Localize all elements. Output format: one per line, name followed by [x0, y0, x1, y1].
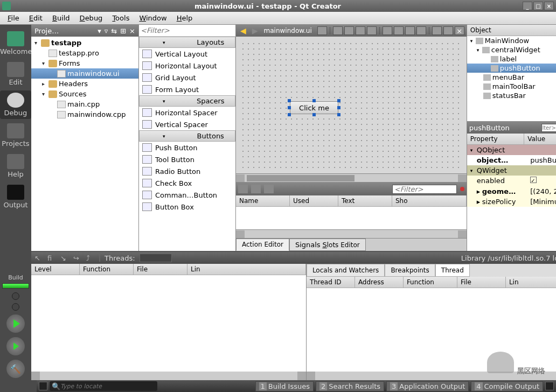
debug-run-button[interactable]	[6, 337, 25, 355]
object-tree[interactable]: ▾MainWindowQM ▾centralWidgetQM label pus…	[467, 36, 556, 121]
menu-build[interactable]: Build	[48, 13, 74, 23]
tree-forms[interactable]: ▾Forms	[31, 58, 138, 68]
prop-filter-input[interactable]	[541, 124, 556, 132]
mode-edit[interactable]: Edit	[0, 60, 31, 88]
menu-tools[interactable]: Tools	[108, 13, 134, 23]
maximize-button[interactable]: □	[533, 2, 543, 10]
tree-pro-file[interactable]: testapp.pro	[31, 48, 138, 58]
proj-split-icon[interactable]: ⊞	[120, 27, 126, 35]
status-tab-app-output[interactable]: 3Application Output	[386, 381, 469, 391]
action-hscroll[interactable]	[236, 229, 467, 238]
tab-action-editor[interactable]: Action Editor	[236, 239, 289, 251]
tree-root[interactable]: ▾testapp	[31, 38, 138, 48]
action-clear-filter-icon[interactable]	[460, 187, 464, 191]
widget-button-box[interactable]: Button Box	[139, 201, 235, 213]
proj-close-icon[interactable]: ×	[129, 27, 135, 35]
prop-sizepolicy[interactable]: ▸sizePolicy[Minimum…	[467, 197, 556, 207]
preview-pushbutton[interactable]: Click me	[290, 101, 338, 114]
status-tab-build-issues[interactable]: 1Build Issues	[255, 381, 314, 391]
tree-headers[interactable]: ▸Headers	[31, 79, 138, 89]
widget-hspacer[interactable]: Horizontal Spacer	[139, 107, 235, 118]
obj-col-object[interactable]: Object	[467, 25, 556, 36]
tb-preview-icon[interactable]	[443, 26, 453, 35]
cat-layouts[interactable]: ▾Layouts	[139, 37, 235, 48]
close-button[interactable]: ×	[544, 2, 554, 10]
prop-group-qwidget[interactable]: ▾QWidget	[467, 165, 556, 176]
menu-file[interactable]: File	[3, 13, 24, 23]
design-canvas[interactable]: Click me	[236, 37, 467, 173]
mode-welcome[interactable]: Welcome	[0, 29, 31, 58]
debug-step-icon[interactable]: fi	[47, 254, 56, 262]
tb-close-icon[interactable]: ×	[455, 26, 464, 35]
prop-col-property[interactable]: Property	[467, 134, 525, 144]
prop-objectname[interactable]: object…pushButton	[467, 155, 556, 165]
widget-command-button[interactable]: Comman…Button	[139, 189, 235, 201]
tree-main-cpp[interactable]: main.cpp	[31, 99, 138, 109]
widget-vspacer[interactable]: Vertical Spacer	[139, 118, 235, 130]
status-tab-search-results[interactable]: 2Search Results	[316, 381, 384, 391]
cat-buttons[interactable]: ▾Buttons	[139, 130, 235, 142]
widget-vertical-layout[interactable]: Vertical Layout	[139, 48, 235, 60]
nav-fwd-icon[interactable]: ▶	[250, 26, 260, 35]
mode-projects[interactable]: Projects	[0, 121, 31, 150]
thread-col-line[interactable]: Lin	[506, 277, 556, 288]
mode-debug[interactable]: Debug	[0, 90, 31, 119]
status-toggle-left[interactable]	[39, 382, 47, 390]
tb-layout-vs-icon[interactable]	[367, 26, 377, 35]
minimize-button[interactable]: _	[523, 2, 532, 10]
tb-grid-icon[interactable]	[383, 26, 392, 35]
tb-layout-hs-icon[interactable]	[356, 26, 365, 35]
tab-locals[interactable]: Locals and Watchers	[307, 264, 385, 277]
build-button[interactable]	[6, 360, 25, 378]
widget-filter-input[interactable]	[141, 26, 232, 34]
status-toggle-right[interactable]	[545, 382, 554, 390]
tree-mainwindow-cpp[interactable]: mainwindow.cpp	[31, 109, 138, 120]
stack-col-level[interactable]: Level	[31, 264, 80, 275]
tb-layout-v-icon[interactable]	[344, 26, 354, 35]
thread-hscroll[interactable]	[307, 372, 556, 380]
thread-col-id[interactable]: Thread ID	[307, 277, 355, 288]
project-tree[interactable]: ▾testapp testapp.pro ▾Forms mainwindow.u…	[31, 37, 138, 251]
tb-form-icon[interactable]	[394, 26, 404, 35]
debug-pointer-icon[interactable]: ↖	[34, 254, 43, 262]
thread-col-addr[interactable]: Address	[355, 277, 404, 288]
thread-body[interactable]	[307, 288, 556, 372]
debug-into-icon[interactable]: ↘	[60, 254, 69, 262]
mode-output[interactable]: Output	[0, 183, 31, 211]
tree-sources[interactable]: ▾Sources	[31, 89, 138, 99]
status-tab-compile-output[interactable]: 4Compile Output	[471, 381, 543, 391]
prop-geometry[interactable]: ▸geome…[(240, 250),…	[467, 186, 556, 197]
checkbox-icon[interactable]	[530, 177, 537, 183]
widget-push-button[interactable]: Push Button	[139, 142, 235, 153]
menu-help[interactable]: Help	[172, 13, 197, 23]
locator[interactable]: 🔍	[50, 381, 157, 391]
tb-break-icon[interactable]	[405, 26, 415, 35]
prop-group-qobject[interactable]: ▾QObject	[467, 145, 556, 155]
proj-link-icon[interactable]: ⇆	[111, 27, 117, 35]
action-table-body[interactable]	[236, 207, 467, 229]
locator-input[interactable]	[60, 383, 155, 390]
stack-col-file[interactable]: File	[134, 264, 187, 275]
proj-dropdown-icon[interactable]: ▾	[98, 27, 101, 35]
stack-col-function[interactable]: Function	[80, 264, 134, 275]
tab-thread[interactable]: Thread	[435, 264, 470, 277]
thread-col-func[interactable]: Function	[404, 277, 457, 288]
widget-check-box[interactable]: Check Box	[139, 177, 235, 189]
widget-radio-button[interactable]: Radio Button	[139, 165, 235, 177]
action-delete-icon[interactable]	[264, 185, 274, 193]
proj-filter-icon[interactable]: ▿	[105, 27, 108, 35]
run-button[interactable]	[6, 314, 25, 333]
tb-adjust-icon[interactable]	[416, 26, 426, 35]
nav-back-icon[interactable]: ◀	[238, 26, 248, 35]
widget-form-layout[interactable]: Form Layout	[139, 83, 235, 95]
tree-mainwindow-ui[interactable]: mainwindow.ui	[31, 68, 138, 79]
stack-hscroll[interactable]	[31, 372, 306, 380]
action-new-icon[interactable]	[238, 185, 248, 193]
cat-spacers[interactable]: ▾Spacers	[139, 95, 235, 107]
widget-horizontal-layout[interactable]: Horizontal Layout	[139, 60, 235, 72]
menu-debug[interactable]: Debug	[75, 13, 107, 23]
widget-tool-button[interactable]: Tool Button	[139, 153, 235, 165]
stack-col-line[interactable]: Lin	[187, 264, 306, 275]
thread-col-file[interactable]: File	[457, 277, 506, 288]
tb-edit-widgets-icon[interactable]	[317, 26, 327, 35]
